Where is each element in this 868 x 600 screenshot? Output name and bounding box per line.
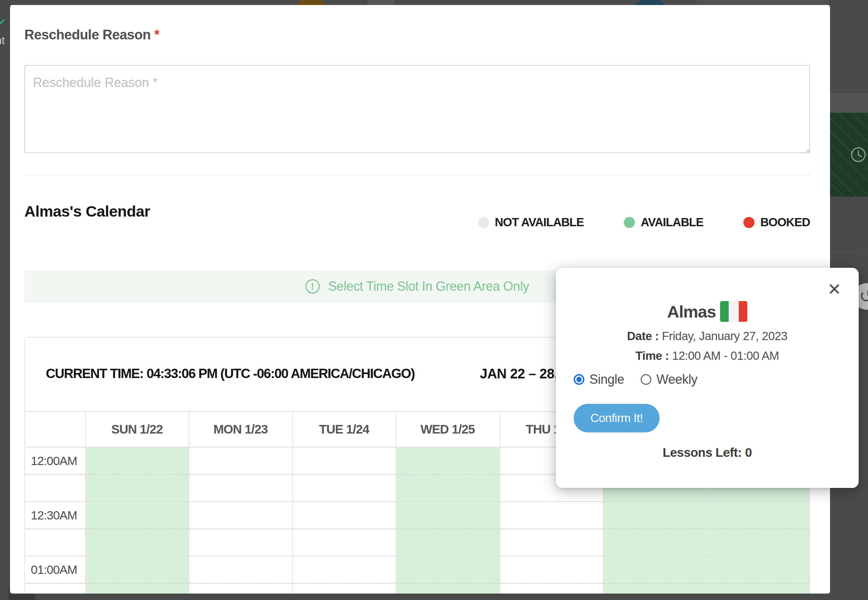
italy-flag-icon [720, 301, 747, 322]
grid-line [189, 411, 189, 594]
time-value: 12:00 AM - 01:00 AM [672, 349, 779, 362]
day-column-tue [292, 447, 396, 594]
reschedule-reason-title: Reschedule Reason* [24, 27, 159, 42]
teacher-name: Almas [667, 302, 716, 321]
required-asterisk: * [155, 27, 159, 42]
reschedule-reason-input[interactable] [24, 65, 810, 153]
day-column-sun[interactable] [85, 447, 189, 594]
legend-label: AVAILABLE [641, 215, 703, 229]
background-block [367, 0, 394, 5]
avatar [631, 0, 668, 5]
booking-popup: ✕ Almas Date : Friday, January 27, 2023 … [556, 268, 859, 488]
recurrence-options: SingleWeekly [574, 372, 697, 387]
day-column-mon [189, 447, 292, 594]
date-value: Friday, January 27, 2023 [662, 329, 788, 342]
booking-date: Date : Friday, January 27, 2023 [556, 329, 859, 343]
legend-item: AVAILABLE [624, 215, 703, 229]
time-label: 01:00AM [31, 563, 77, 577]
availability-legend: NOT AVAILABLEAVAILABLEBOOKED [478, 215, 810, 229]
notice-text: Select Time Slot In Green Area Only [328, 279, 529, 294]
legend-dot [624, 217, 635, 228]
reschedule-modal: Reschedule Reason* Almas's Calendar NOT … [10, 5, 830, 594]
grid-line [396, 411, 396, 594]
time-label: 12:00AM [31, 454, 77, 468]
grid-line [26, 583, 810, 584]
grid-line [26, 556, 810, 556]
divider [829, 251, 868, 252]
booked-slot-block [829, 113, 868, 197]
legend-label: NOT AVAILABLE [495, 215, 584, 229]
time-label: Time : [636, 349, 669, 362]
close-icon[interactable]: ✕ [824, 279, 845, 300]
page-top-strip [0, 0, 868, 5]
avatar [292, 0, 330, 5]
current-time-text: CURRENT TIME: 04:33:06 PM (UTC -06:00 AM… [46, 366, 415, 381]
radio-label: Single [589, 372, 624, 387]
radio-weekly[interactable] [641, 374, 651, 385]
grid-line [26, 529, 810, 529]
legend-dot [478, 217, 489, 228]
booking-time: Time : 12:00 AM - 01:00 AM [556, 349, 859, 363]
grid-line [85, 411, 86, 594]
calendar-title: Almas's Calendar [24, 203, 150, 220]
day-header: WED 1/25 [396, 411, 499, 447]
divider [24, 174, 810, 175]
clock-icon [850, 146, 867, 163]
radio-single[interactable] [574, 374, 585, 385]
confirm-button[interactable]: Confirm It! [574, 404, 660, 432]
day-header: SUN 1/22 [85, 411, 189, 447]
chevron-down-icon [0, 16, 5, 24]
grid-line [292, 411, 293, 594]
day-header: TUE 1/24 [292, 411, 396, 447]
grid-line [26, 501, 810, 502]
day-header: MON 1/23 [189, 411, 292, 447]
legend-label: BOOKED [760, 215, 810, 229]
radio-label: Weekly [656, 372, 697, 387]
legend-item: NOT AVAILABLE [478, 215, 584, 229]
time-label: 12:30AM [31, 508, 77, 522]
legend-item: BOOKED [744, 215, 810, 229]
alert-circle-icon: ! [306, 279, 320, 294]
reschedule-reason-label: Reschedule Reason [24, 27, 151, 42]
day-column-wed[interactable] [396, 447, 499, 594]
background-text-fragment: nt [0, 34, 5, 47]
option-weekly: Weekly [641, 372, 697, 387]
grid-line [500, 411, 500, 594]
date-label: Date : [627, 329, 659, 342]
lessons-left-text: Lessons Left: 0 [556, 445, 859, 460]
legend-dot [744, 217, 754, 228]
background-block [829, 94, 868, 113]
page-left-strip: nt [0, 0, 10, 600]
option-single: Single [574, 372, 624, 387]
